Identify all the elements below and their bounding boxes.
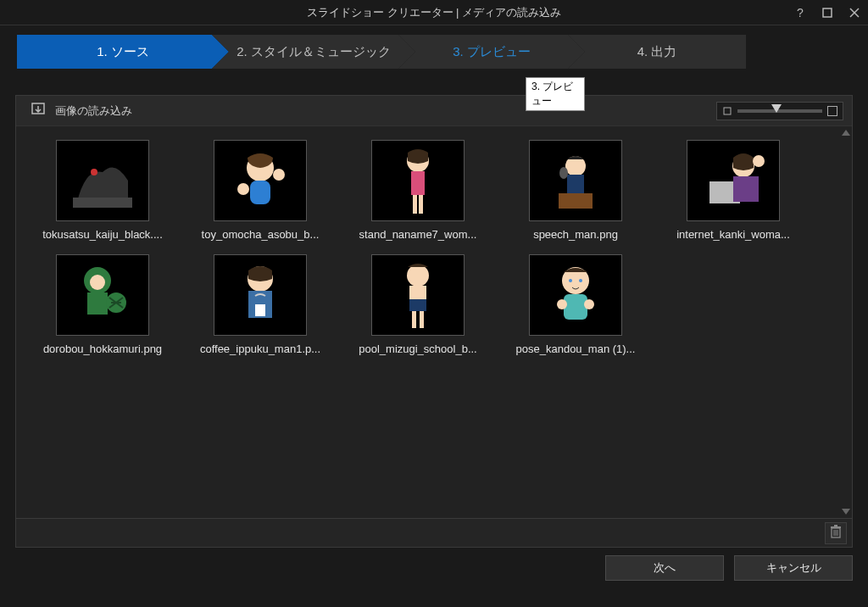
svg-rect-19 [413, 195, 417, 214]
step-preview-tooltip: 3. プレビュー [526, 77, 585, 111]
svg-rect-44 [564, 294, 587, 320]
dialog-footer: 次へ キャンセル [0, 548, 868, 588]
zoom-small-icon [722, 106, 732, 116]
thumbnail-image [56, 254, 149, 336]
svg-rect-21 [559, 193, 593, 209]
svg-point-24 [559, 167, 568, 179]
svg-rect-14 [250, 181, 270, 204]
step-output[interactable]: 4. 出力 [568, 35, 746, 69]
zoom-large-icon [827, 106, 837, 116]
thumbnail-image [371, 140, 465, 221]
thumbnail-label: dorobou_hokkamuri.png [26, 342, 179, 355]
thumbnail-size-slider[interactable] [716, 102, 843, 120]
svg-rect-9 [724, 108, 731, 114]
svg-rect-12 [73, 198, 132, 208]
step-source[interactable]: 1. ソース [17, 35, 229, 69]
svg-point-36 [407, 265, 429, 287]
media-panel: 画像の読み込み tokusatsu_kaiju_black.... [15, 95, 853, 548]
thumbnail-item[interactable]: stand_naname7_wom... [340, 140, 496, 241]
svg-point-45 [557, 299, 567, 309]
thumbnail-grid: tokusatsu_kaiju_black.... toy_omocha_aso… [16, 126, 852, 369]
thumbnail-label: pool_mizugi_school_b... [342, 342, 494, 355]
maximize-button[interactable] [819, 4, 836, 21]
svg-point-28 [753, 155, 765, 167]
import-images-button[interactable]: 画像の読み込み [25, 98, 137, 123]
svg-point-42 [569, 279, 572, 282]
scroll-down-icon[interactable] [842, 509, 850, 515]
thumbnail-label: pose_kandou_man (1)... [499, 342, 652, 355]
svg-rect-10 [827, 106, 837, 116]
slider-track[interactable] [737, 109, 822, 113]
thumbnail-image [687, 140, 780, 221]
svg-rect-40 [420, 311, 424, 328]
svg-point-15 [237, 183, 249, 195]
thumbnail-image [56, 140, 149, 221]
import-icon [30, 102, 47, 120]
thumbnail-label: internet_kanki_woma... [657, 228, 810, 241]
cancel-button[interactable]: キャンセル [734, 555, 853, 581]
svg-rect-31 [87, 292, 108, 315]
thumbnail-item[interactable]: toy_omocha_asobu_b... [182, 140, 338, 241]
next-button[interactable]: 次へ [605, 555, 724, 581]
thumbnail-item[interactable]: tokusatsu_kaiju_black.... [25, 140, 181, 241]
svg-rect-20 [419, 195, 423, 214]
thumbnail-label: stand_naname7_wom... [342, 228, 494, 241]
svg-text:?: ? [797, 7, 804, 19]
thumbnail-label: coffee_ippuku_man1.p... [184, 342, 337, 355]
svg-rect-51 [831, 526, 841, 528]
thumbnail-item[interactable]: dorobou_hokkamuri.png [25, 254, 181, 355]
thumbnail-item[interactable]: internet_kanki_woma... [655, 140, 811, 241]
thumbnail-image [529, 254, 622, 336]
svg-rect-23 [567, 175, 584, 193]
panel-footer [16, 518, 852, 547]
svg-point-16 [273, 169, 285, 181]
svg-rect-27 [733, 176, 759, 202]
step-preview[interactable]: 3. プレビュー 3. プレビュー [398, 35, 585, 69]
thumbnail-image [371, 254, 465, 336]
delete-button[interactable] [825, 522, 847, 544]
wizard-stepper: 1. ソース 2. スタイル＆ミュージック 3. プレビュー 3. プレビュー … [0, 25, 868, 78]
title-bar: スライドショー クリエーター | メディアの読み込み ? [0, 0, 868, 25]
thumbnail-image [214, 140, 307, 221]
svg-point-11 [91, 169, 97, 175]
media-toolbar: 画像の読み込み [16, 96, 852, 126]
thumbnail-label: speech_man.png [499, 228, 652, 241]
scroll-up-icon[interactable] [842, 130, 850, 136]
close-button[interactable] [846, 4, 863, 21]
slider-thumb[interactable] [771, 104, 782, 113]
svg-rect-1 [823, 8, 832, 17]
svg-rect-52 [834, 525, 837, 526]
thumbnail-image [214, 254, 307, 336]
trash-icon [830, 525, 842, 541]
svg-point-43 [579, 279, 582, 282]
svg-point-46 [584, 299, 594, 309]
thumbnail-image [529, 140, 622, 221]
svg-rect-35 [255, 304, 265, 316]
import-images-label: 画像の読み込み [55, 103, 132, 119]
svg-rect-38 [409, 299, 426, 311]
step-style-music[interactable]: 2. スタイル＆ミュージック [212, 35, 415, 69]
thumbnail-item[interactable]: speech_man.png [498, 140, 654, 241]
help-button[interactable]: ? [792, 4, 809, 21]
thumbnail-label: toy_omocha_asobu_b... [184, 228, 337, 241]
svg-rect-39 [412, 311, 416, 328]
svg-rect-18 [411, 171, 425, 195]
thumbnail-item[interactable]: coffee_ippuku_man1.p... [182, 254, 338, 355]
svg-point-30 [90, 275, 105, 290]
thumbnail-item[interactable]: pool_mizugi_school_b... [340, 254, 496, 355]
vertical-scrollbar[interactable] [842, 130, 850, 515]
thumbnail-label: tokusatsu_kaiju_black.... [26, 228, 179, 241]
window-title: スライドショー クリエーター | メディアの読み込み [307, 5, 561, 20]
thumbnail-item[interactable]: pose_kandou_man (1)... [498, 254, 654, 355]
